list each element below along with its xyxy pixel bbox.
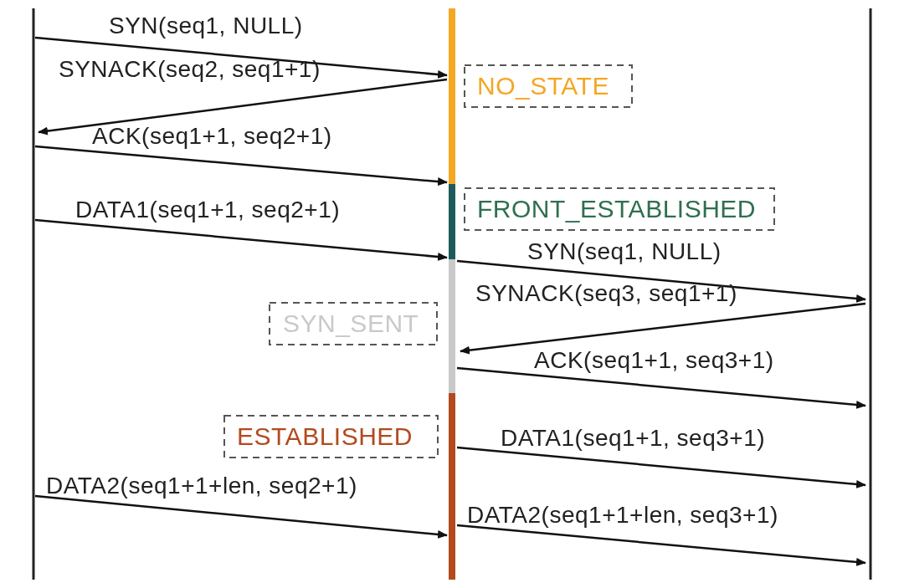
state-front-established-label: FRONT_ESTABLISHED bbox=[477, 195, 756, 222]
msg-right-data2-arrow bbox=[457, 525, 865, 563]
msg-right-data1-label: DATA1(seq1+1, seq3+1) bbox=[501, 425, 765, 451]
msg-right-ack-arrow bbox=[457, 368, 865, 406]
msg-left-synack-label: SYNACK(seq2, seq1+1) bbox=[59, 56, 321, 82]
state-established: ESTABLISHED bbox=[224, 416, 438, 458]
msg-left-ack-arrow bbox=[35, 146, 447, 182]
state-no-state-label: NO_STATE bbox=[477, 72, 609, 100]
msg-right-synack-label: SYNACK(seq3, seq1+1) bbox=[475, 280, 737, 306]
msg-right-data2-label: DATA2(seq1+1+len, seq3+1) bbox=[467, 502, 778, 528]
msg-left-data1-label: DATA1(seq1+1, seq2+1) bbox=[75, 197, 340, 222]
msg-right-synack-arrow bbox=[460, 304, 865, 351]
msg-left-data2-label: DATA2(seq1+1+len, seq2+1) bbox=[46, 473, 357, 499]
msg-left-ack-label: ACK(seq1+1, seq2+1) bbox=[92, 123, 332, 149]
msg-right-data1-arrow bbox=[457, 447, 865, 485]
state-syn-sent: SYN_SENT bbox=[270, 303, 437, 345]
state-no-state: NO_STATE bbox=[465, 65, 632, 107]
state-established-label: ESTABLISHED bbox=[237, 422, 413, 450]
msg-left-syn-label: SYN(seq1, NULL) bbox=[109, 13, 303, 38]
msg-left-data2-arrow bbox=[35, 496, 447, 535]
state-syn-sent-label: SYN_SENT bbox=[283, 309, 419, 337]
msg-left-data1-arrow bbox=[35, 220, 447, 258]
msg-right-syn-label: SYN(seq1, NULL) bbox=[527, 238, 722, 264]
msg-right-ack-label: ACK(seq1+1, seq3+1) bbox=[534, 347, 774, 373]
state-front-established: FRONT_ESTABLISHED bbox=[465, 188, 774, 230]
sequence-diagram: SYN(seq1, NULL) SYNACK(seq2, seq1+1) ACK… bbox=[0, 0, 904, 588]
